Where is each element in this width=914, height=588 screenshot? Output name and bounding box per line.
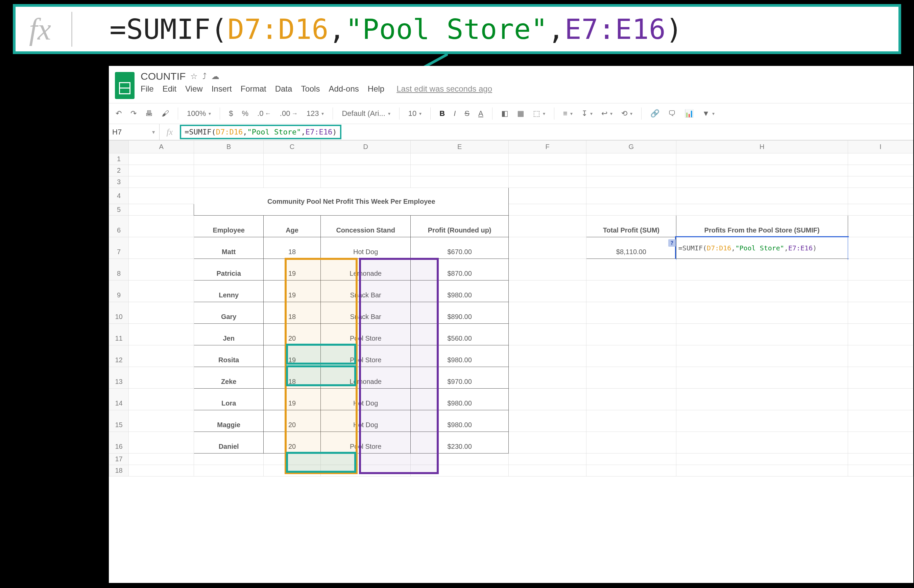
cell-G7[interactable]: $8,110.00	[586, 237, 676, 259]
row-header-10[interactable]: 10	[109, 302, 129, 324]
menu-file[interactable]: File	[141, 84, 154, 94]
cell-E15[interactable]: $980.00	[411, 410, 509, 432]
grid[interactable]: A B C D E F G H I 1 2 3 4 Community Pool…	[109, 140, 913, 477]
menu-view[interactable]: View	[185, 84, 203, 94]
cell-C13[interactable]: 18	[263, 367, 320, 389]
col-header-E[interactable]: E	[411, 141, 509, 153]
hdr-stand[interactable]: Concession Stand	[321, 216, 411, 237]
link-button[interactable]: 🔗	[648, 108, 662, 119]
sumif-header[interactable]: Profits From the Pool Store (SUMIF)	[676, 216, 848, 237]
row-header-15[interactable]: 15	[109, 410, 129, 432]
row-header-2[interactable]: 2	[109, 165, 129, 176]
undo-button[interactable]: ↶	[113, 108, 125, 119]
menu-help[interactable]: Help	[368, 84, 384, 94]
paint-format-button[interactable]: 🖌	[159, 108, 172, 119]
cell-C7[interactable]: 18	[263, 237, 320, 259]
row-header-16[interactable]: 16	[109, 432, 129, 454]
row-header-11[interactable]: 11	[109, 324, 129, 346]
cell-D16[interactable]: Pool Store	[321, 432, 411, 454]
currency-button[interactable]: $	[226, 108, 236, 119]
menu-addons[interactable]: Add-ons	[328, 84, 359, 94]
formula-help-icon[interactable]: ?	[668, 239, 676, 247]
cell-B12[interactable]: Rosita	[194, 346, 264, 367]
menu-format[interactable]: Format	[241, 84, 266, 94]
col-header-C[interactable]: C	[263, 141, 320, 153]
print-button[interactable]: 🖶	[142, 108, 155, 119]
filter-button[interactable]: ▼	[700, 108, 718, 119]
dec-less-button[interactable]: .0←	[254, 108, 274, 119]
cell-E9[interactable]: $980.00	[411, 281, 509, 302]
cell-D10[interactable]: Snack Bar	[321, 302, 411, 324]
cell-E13[interactable]: $970.00	[411, 367, 509, 389]
formula-bar[interactable]: =SUMIF(D7:D16,"Pool Store",E7:E16)	[180, 125, 341, 139]
col-header-G[interactable]: G	[586, 141, 676, 153]
cell-E7[interactable]: $670.00	[411, 237, 509, 259]
star-icon[interactable]: ☆	[190, 72, 198, 81]
col-header-I[interactable]: I	[848, 141, 913, 153]
cell-D11[interactable]: Pool Store	[321, 324, 411, 346]
rotate-button[interactable]: ⟲	[619, 108, 635, 119]
cell-C16[interactable]: 20	[263, 432, 320, 454]
merge-button[interactable]: ⬚	[531, 108, 548, 119]
cell-C11[interactable]: 20	[263, 324, 320, 346]
hdr-profit[interactable]: Profit (Rounded up)	[411, 216, 509, 237]
cell-C14[interactable]: 19	[263, 389, 320, 410]
menu-edit[interactable]: Edit	[163, 84, 176, 94]
cloud-icon[interactable]: ☁	[211, 72, 219, 81]
cell-C15[interactable]: 20	[263, 410, 320, 432]
valign-button[interactable]: ↧	[579, 108, 595, 119]
cell-C9[interactable]: 19	[263, 281, 320, 302]
cell-B10[interactable]: Gary	[194, 302, 264, 324]
cell-D7[interactable]: Hot Dog	[321, 237, 411, 259]
name-box[interactable]: H7 ▼	[109, 124, 160, 140]
row-header-4[interactable]: 4	[109, 188, 129, 204]
row-header-17[interactable]: 17	[109, 454, 129, 465]
col-header-B[interactable]: B	[194, 141, 264, 153]
cell-B11[interactable]: Jen	[194, 324, 264, 346]
last-edit-link[interactable]: Last edit was seconds ago	[396, 84, 492, 94]
strike-button[interactable]: S	[462, 108, 472, 119]
cell-B16[interactable]: Daniel	[194, 432, 264, 454]
chart-button[interactable]: 📊	[682, 108, 696, 119]
cell-B9[interactable]: Lenny	[194, 281, 264, 302]
comment-button[interactable]: 🗨	[666, 108, 678, 119]
cell-C12[interactable]: 19	[263, 346, 320, 367]
cell-H7-editing[interactable]: ? =SUMIF(D7:D16,"Pool Store",E7:E16)	[676, 237, 848, 259]
cell-D8[interactable]: Lemonade	[321, 259, 411, 281]
select-all-corner[interactable]	[109, 141, 129, 153]
text-color-button[interactable]: A	[476, 108, 486, 119]
move-icon[interactable]: ⤴	[202, 72, 207, 81]
col-header-D[interactable]: D	[321, 141, 411, 153]
cell-D13[interactable]: Lemonade	[321, 367, 411, 389]
italic-button[interactable]: I	[451, 108, 458, 119]
halign-button[interactable]: ≡	[560, 108, 575, 119]
cell-B14[interactable]: Lora	[194, 389, 264, 410]
menu-insert[interactable]: Insert	[212, 84, 232, 94]
row-header-14[interactable]: 14	[109, 389, 129, 410]
doc-title[interactable]: COUNTIF	[141, 71, 186, 82]
row-header-5[interactable]: 5	[109, 204, 129, 216]
col-header-F[interactable]: F	[509, 141, 586, 153]
cell-E11[interactable]: $560.00	[411, 324, 509, 346]
font-select[interactable]: Default (Ari...	[339, 108, 393, 119]
cell-D15[interactable]: Hot Dog	[321, 410, 411, 432]
number-format-button[interactable]: 123	[304, 108, 327, 119]
row-header-8[interactable]: 8	[109, 259, 129, 281]
cell-C10[interactable]: 18	[263, 302, 320, 324]
data-title[interactable]: Community Pool Net Profit This Week Per …	[194, 188, 509, 216]
row-header-9[interactable]: 9	[109, 281, 129, 302]
cell-E8[interactable]: $870.00	[411, 259, 509, 281]
hdr-age[interactable]: Age	[263, 216, 320, 237]
cell-B13[interactable]: Zeke	[194, 367, 264, 389]
cell-E14[interactable]: $980.00	[411, 389, 509, 410]
row-header-6[interactable]: 6	[109, 216, 129, 237]
cell-C8[interactable]: 19	[263, 259, 320, 281]
redo-button[interactable]: ↷	[128, 108, 139, 119]
cell-E16[interactable]: $230.00	[411, 432, 509, 454]
cell-E10[interactable]: $890.00	[411, 302, 509, 324]
cell-D9[interactable]: Snack Bar	[321, 281, 411, 302]
menu-tools[interactable]: Tools	[301, 84, 320, 94]
row-header-3[interactable]: 3	[109, 176, 129, 188]
cell-B8[interactable]: Patricia	[194, 259, 264, 281]
cell-B15[interactable]: Maggie	[194, 410, 264, 432]
